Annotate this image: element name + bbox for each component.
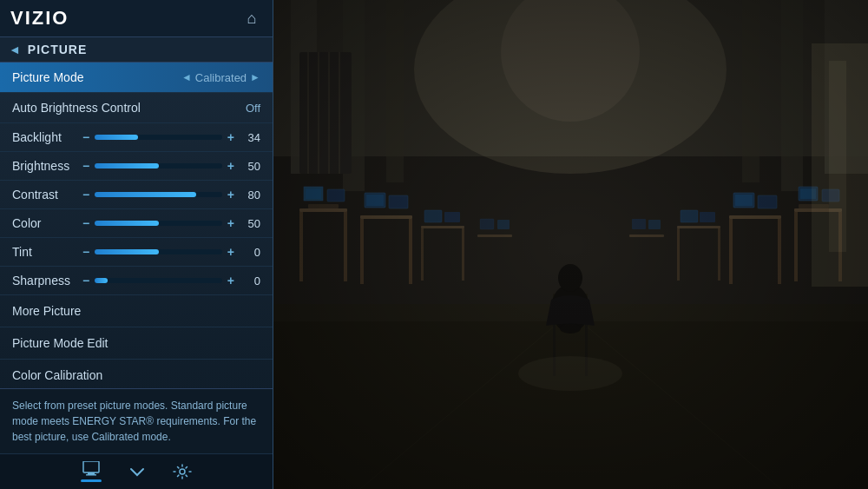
back-arrow-icon: ◄ xyxy=(9,43,21,56)
auto-brightness-item[interactable]: Auto Brightness Control Off xyxy=(0,93,273,123)
brightness-plus[interactable]: + xyxy=(227,159,234,173)
description-text: Select from preset picture modes. Standa… xyxy=(0,388,273,453)
tint-row[interactable]: Tint − + 0 xyxy=(0,238,273,267)
picture-mode-value: ◄ Calibrated ► xyxy=(181,71,260,84)
sharpness-value: 0 xyxy=(240,274,260,287)
sharpness-minus[interactable]: − xyxy=(82,274,89,287)
sharpness-row[interactable]: Sharpness − + 0 xyxy=(0,267,273,295)
tint-minus[interactable]: − xyxy=(82,245,89,259)
color-row[interactable]: Color − + 50 xyxy=(0,209,273,238)
more-picture-item[interactable]: More Picture xyxy=(0,295,273,327)
sharpness-plus[interactable]: + xyxy=(227,274,234,287)
color-calibration-item[interactable]: Color Calibration xyxy=(0,360,273,388)
contrast-slider[interactable]: − + xyxy=(82,188,234,202)
back-nav[interactable]: ◄ PICTURE xyxy=(0,37,273,63)
brightness-slider[interactable]: − + xyxy=(82,159,234,173)
header: VIZIO ⌂ xyxy=(0,0,273,37)
color-fill xyxy=(95,221,158,226)
backlight-row[interactable]: Backlight − + 34 xyxy=(0,123,273,152)
scene-svg xyxy=(273,0,868,489)
svg-rect-79 xyxy=(829,61,846,252)
tint-label: Tint xyxy=(12,245,77,259)
svg-rect-2 xyxy=(86,474,96,476)
sharpness-fill xyxy=(95,278,108,283)
picture-mode-arrow-left: ◄ xyxy=(181,71,192,83)
contrast-track xyxy=(95,192,222,197)
svg-rect-77 xyxy=(273,0,868,489)
sharpness-slider[interactable]: − + xyxy=(82,274,234,287)
picture-mode-item[interactable]: Picture Mode ◄ Calibrated ► xyxy=(0,63,273,93)
backlight-plus[interactable]: + xyxy=(227,130,234,144)
brightness-value: 50 xyxy=(240,160,260,173)
bottom-nav-gear[interactable] xyxy=(173,464,192,479)
picture-mode-arrow-right: ► xyxy=(250,71,260,83)
picture-mode-edit-item[interactable]: Picture Mode Edit xyxy=(0,327,273,360)
tint-fill xyxy=(95,249,158,254)
brightness-fill xyxy=(95,163,158,169)
color-minus[interactable]: − xyxy=(82,216,89,230)
brightness-label: Brightness xyxy=(12,159,77,173)
backlight-label: Backlight xyxy=(12,130,77,144)
brightness-minus[interactable]: − xyxy=(82,159,89,173)
tint-plus[interactable]: + xyxy=(227,245,234,259)
contrast-minus[interactable]: − xyxy=(82,188,89,202)
backlight-track xyxy=(95,135,222,140)
backlight-minus[interactable]: − xyxy=(82,130,89,144)
down-arrow-icon xyxy=(128,464,147,479)
svg-rect-0 xyxy=(83,461,99,472)
picture-mode-value-text: Calibrated xyxy=(195,71,247,84)
tint-value: 0 xyxy=(240,246,260,259)
bottom-nav xyxy=(0,453,273,489)
tint-slider[interactable]: − + xyxy=(82,245,234,259)
bottom-nav-tv[interactable] xyxy=(81,461,102,482)
auto-brightness-label: Auto Brightness Control xyxy=(12,101,246,115)
vizio-logo: VIZIO xyxy=(10,7,69,30)
brightness-track xyxy=(95,163,222,169)
brightness-row[interactable]: Brightness − + 50 xyxy=(0,152,273,181)
back-label: PICTURE xyxy=(28,43,87,56)
color-track xyxy=(95,221,222,226)
contrast-row[interactable]: Contrast − + 80 xyxy=(0,181,273,209)
more-picture-label: More Picture xyxy=(12,304,81,318)
tv-content xyxy=(273,0,868,489)
contrast-label: Contrast xyxy=(12,188,77,202)
svg-rect-1 xyxy=(88,472,95,474)
color-calibration-label: Color Calibration xyxy=(12,368,102,382)
home-icon[interactable]: ⌂ xyxy=(241,8,262,29)
contrast-plus[interactable]: + xyxy=(227,188,234,202)
backlight-fill xyxy=(95,135,138,140)
tint-track xyxy=(95,249,222,254)
tv-icon xyxy=(82,461,101,477)
backlight-value: 34 xyxy=(240,131,260,144)
contrast-value: 80 xyxy=(240,188,260,202)
picture-mode-edit-label: Picture Mode Edit xyxy=(12,336,108,350)
color-value: 50 xyxy=(240,217,260,230)
sharpness-track xyxy=(95,278,222,283)
menu-list: Picture Mode ◄ Calibrated ► Auto Brightn… xyxy=(0,63,273,388)
picture-mode-label: Picture Mode xyxy=(12,70,181,84)
backlight-slider[interactable]: − + xyxy=(82,130,234,144)
sharpness-label: Sharpness xyxy=(12,274,77,287)
svg-point-3 xyxy=(180,469,185,474)
bottom-nav-down[interactable] xyxy=(128,464,147,479)
contrast-fill xyxy=(95,192,196,197)
color-slider[interactable]: − + xyxy=(82,216,234,230)
auto-brightness-value: Off xyxy=(246,102,260,115)
color-label: Color xyxy=(12,216,77,230)
gear-icon xyxy=(173,464,192,479)
sidebar: VIZIO ⌂ ◄ PICTURE Picture Mode ◄ Calibra… xyxy=(0,0,273,489)
color-plus[interactable]: + xyxy=(227,216,234,230)
